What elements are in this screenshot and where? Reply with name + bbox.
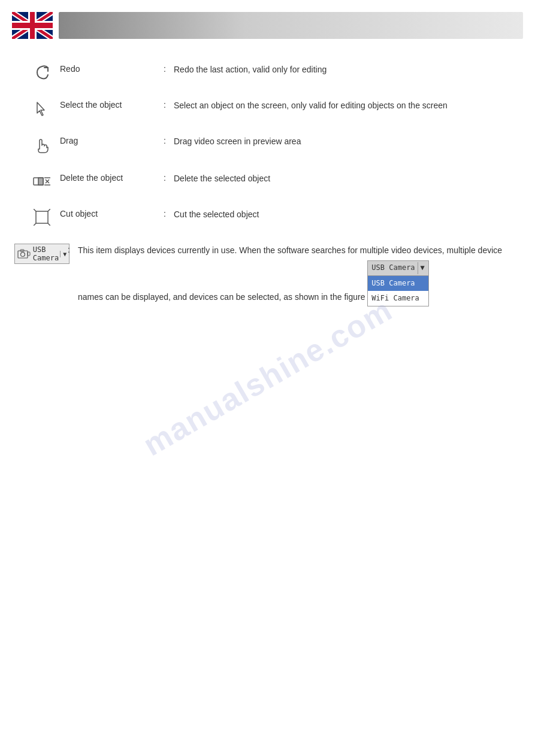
svg-rect-20 [18, 251, 28, 258]
svg-line-16 [34, 209, 36, 211]
dropdown-header-label: USB Camera [371, 262, 415, 274]
page-header [0, 0, 535, 51]
delete-icon [24, 172, 60, 190]
cut-colon: : [156, 208, 174, 218]
select-label: Select the object [60, 99, 156, 110]
camera-toolbar-icon [17, 249, 31, 259]
cut-row: Cut object : Cut the selected object [24, 208, 511, 226]
svg-rect-15 [36, 211, 48, 223]
drag-description: Drag video screen in preview area [174, 135, 511, 148]
select-description: Select an object on the screen, only val… [174, 99, 511, 112]
delete-label: Delete the object [60, 172, 156, 183]
select-icon [24, 99, 60, 117]
usb-widget-container: USB Camera ▼ [24, 244, 60, 264]
cut-label: Cut object [60, 208, 156, 218]
drag-label: Drag [60, 135, 156, 145]
dropdown-header-row: USB Camera ▼ [368, 261, 428, 275]
drag-colon: : [156, 135, 174, 145]
drag-icon [24, 135, 60, 154]
uk-flag-icon [12, 12, 53, 39]
redo-row: Redo : Redo the last action, valid only … [24, 63, 511, 81]
delete-row: Delete the object : Delete the selected … [24, 172, 511, 190]
svg-point-21 [20, 253, 25, 257]
select-row: Select the object : Select an object on … [24, 99, 511, 117]
svg-line-17 [48, 209, 50, 211]
svg-line-19 [48, 223, 50, 226]
dropdown-option-wifi[interactable]: WiFi Camera [368, 291, 428, 306]
svg-line-18 [34, 223, 36, 226]
usb-description: This item displays devices currently in … [78, 244, 511, 306]
cut-icon [24, 208, 60, 226]
header-gradient-bar [59, 12, 523, 39]
cut-description: Cut the selected object [174, 208, 511, 221]
dropdown-header-arrow: ▼ [418, 262, 425, 274]
usb-widget-label: USB Camera [33, 245, 59, 262]
redo-icon [24, 63, 60, 81]
redo-description: Redo the last action, valid only for edi… [174, 63, 511, 76]
select-colon: : [156, 99, 174, 110]
redo-label: Redo [60, 63, 156, 74]
svg-rect-10 [38, 178, 43, 185]
redo-colon: : [156, 63, 174, 74]
usb-dropdown-figure: USB Camera ▼ USB Camera WiFi Camera [367, 260, 428, 306]
main-content: Redo : Redo the last action, valid only … [0, 51, 535, 348]
delete-colon: : [156, 172, 174, 183]
dropdown-option-usb[interactable]: USB Camera [368, 276, 428, 291]
svg-rect-8 [12, 23, 53, 28]
usb-colon: : [60, 244, 78, 254]
delete-description: Delete the selected object [174, 172, 511, 185]
usb-camera-row: USB Camera ▼ : This item displays device… [24, 244, 511, 306]
drag-row: Drag : Drag video screen in preview area [24, 135, 511, 154]
